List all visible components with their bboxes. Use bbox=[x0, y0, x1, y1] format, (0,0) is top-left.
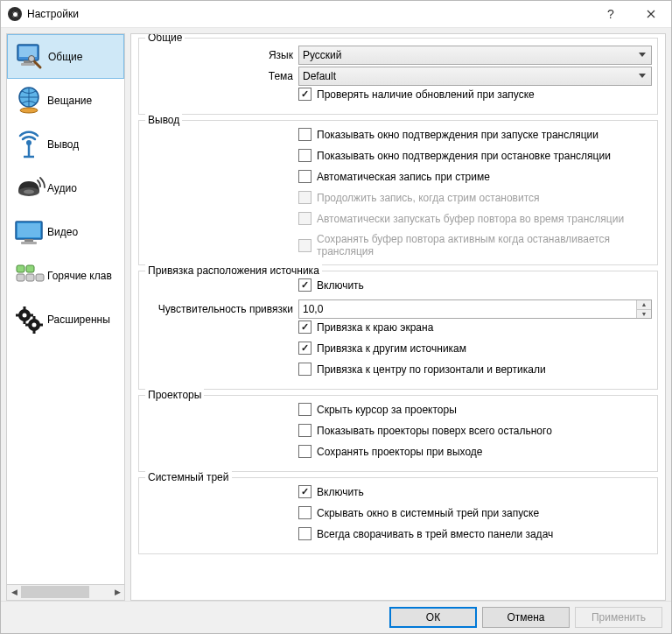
snap-sensitivity-spinner[interactable]: 10,0 ▲▼ bbox=[298, 299, 652, 319]
sidebar-horizontal-scrollbar[interactable]: ◀ ▶ bbox=[6, 585, 125, 601]
sidebar-item-label: Вывод bbox=[47, 138, 79, 151]
svg-rect-23 bbox=[24, 306, 26, 310]
sidebar-item-video[interactable]: Видео bbox=[7, 210, 124, 254]
confirm-start-checkbox[interactable]: Показывать окно подтверждения при запуск… bbox=[298, 128, 652, 141]
cancel-button[interactable]: Отмена bbox=[482, 607, 570, 628]
svg-rect-18 bbox=[36, 274, 44, 281]
snap-center-checkbox[interactable]: Привязка к центру по горизонтали и верти… bbox=[298, 363, 652, 376]
confirm-stop-checkbox[interactable]: Показывать окно подтверждения при остано… bbox=[298, 149, 652, 162]
sidebar-item-label: Горячие клав bbox=[47, 270, 112, 282]
titlebar: Настройки ? bbox=[1, 1, 671, 28]
dialog-buttons: ОК Отмена Применить bbox=[1, 601, 671, 633]
svg-rect-28 bbox=[33, 330, 36, 334]
svg-rect-15 bbox=[26, 265, 34, 272]
sidebar-item-label: Общие bbox=[48, 51, 82, 63]
group-output: Вывод Показывать окно подтверждения при … bbox=[138, 120, 658, 265]
keyboard-icon bbox=[10, 257, 47, 294]
group-general: Общие Язык Русский Тема Default bbox=[138, 38, 658, 115]
svg-rect-17 bbox=[26, 274, 34, 281]
svg-rect-14 bbox=[17, 265, 24, 272]
help-button[interactable]: ? bbox=[591, 1, 631, 27]
sidebar-item-advanced[interactable]: Расширенны bbox=[7, 298, 124, 342]
settings-window: Настройки ? bbox=[0, 0, 672, 634]
app-icon bbox=[8, 7, 22, 21]
group-legend: Проекторы bbox=[145, 389, 204, 401]
projector-ontop-checkbox[interactable]: Показывать проекторы поверх всего осталь… bbox=[298, 424, 652, 437]
globe-icon bbox=[10, 82, 47, 119]
svg-point-4 bbox=[29, 55, 35, 61]
sidebar-item-label: Расширенны bbox=[47, 313, 110, 326]
spin-down-icon[interactable]: ▼ bbox=[637, 310, 651, 319]
group-snapping: Привязка расположения источника Включить… bbox=[138, 271, 658, 390]
group-legend: Вывод bbox=[145, 114, 182, 126]
monitor-wrench-icon bbox=[11, 39, 48, 75]
keep-replay-checkbox: Сохранять буфер повтора активным когда о… bbox=[298, 233, 652, 257]
display-icon bbox=[10, 214, 47, 250]
svg-point-6 bbox=[20, 108, 38, 113]
gears-icon bbox=[10, 301, 47, 338]
tray-minimize-start-checkbox[interactable]: Скрывать окно в системный трей при запус… bbox=[298, 506, 652, 519]
snap-other-checkbox[interactable]: Привязка к другим источникам bbox=[298, 342, 652, 355]
svg-rect-11 bbox=[18, 223, 40, 237]
sidebar-item-audio[interactable]: Аудио bbox=[7, 166, 124, 210]
check-updates-checkbox[interactable]: Проверять наличие обновлений при запуске bbox=[298, 88, 652, 101]
spin-up-icon[interactable]: ▲ bbox=[637, 300, 651, 310]
svg-point-9 bbox=[24, 189, 34, 194]
svg-rect-26 bbox=[30, 313, 33, 316]
svg-rect-24 bbox=[24, 321, 26, 324]
language-dropdown[interactable]: Русский bbox=[298, 46, 652, 65]
svg-rect-16 bbox=[17, 274, 24, 281]
snap-enable-checkbox[interactable]: Включить bbox=[298, 278, 652, 292]
svg-rect-3 bbox=[21, 63, 35, 66]
svg-point-20 bbox=[23, 313, 27, 317]
svg-rect-1 bbox=[19, 46, 37, 57]
auto-replay-checkbox: Автоматически запускать буфер повтора во… bbox=[298, 212, 652, 225]
svg-rect-13 bbox=[21, 242, 37, 244]
sidebar-item-output[interactable]: Вывод bbox=[7, 123, 124, 166]
sidebar-item-hotkeys[interactable]: Горячие клав bbox=[7, 254, 124, 298]
hide-cursor-checkbox[interactable]: Скрыть курсор за проекторы bbox=[298, 403, 652, 416]
antenna-icon bbox=[10, 126, 47, 163]
speaker-icon bbox=[10, 170, 47, 207]
svg-rect-12 bbox=[24, 239, 33, 242]
apply-button[interactable]: Применить bbox=[575, 607, 662, 628]
scroll-left-arrow-icon[interactable]: ◀ bbox=[7, 585, 21, 599]
group-legend: Системный трей bbox=[145, 471, 232, 483]
sidebar-item-label: Видео bbox=[47, 226, 78, 238]
ok-button[interactable]: ОК bbox=[389, 607, 477, 628]
scroll-right-arrow-icon[interactable]: ▶ bbox=[110, 585, 124, 599]
sidebar-item-label: Вещание bbox=[47, 95, 92, 107]
window-title: Настройки bbox=[27, 8, 79, 20]
language-label: Язык bbox=[144, 49, 298, 61]
svg-rect-27 bbox=[33, 316, 36, 320]
sidebar-item-stream[interactable]: Вещание bbox=[7, 79, 124, 123]
sidebar-item-label: Аудио bbox=[47, 182, 77, 194]
auto-record-checkbox[interactable]: Автоматическая запись при стриме bbox=[298, 170, 652, 183]
group-legend: Привязка расположения источника bbox=[145, 264, 322, 277]
svg-rect-25 bbox=[16, 313, 19, 316]
group-projectors: Проекторы Скрыть курсор за проекторы Пок… bbox=[138, 395, 658, 472]
svg-rect-29 bbox=[25, 323, 29, 326]
theme-label: Тема bbox=[144, 70, 298, 82]
tray-always-minimize-checkbox[interactable]: Всегда сворачивать в трей вместо панели … bbox=[298, 527, 652, 540]
svg-rect-30 bbox=[39, 323, 43, 326]
sidebar-item-general[interactable]: Общие bbox=[7, 34, 124, 79]
settings-panel: Общие Язык Русский Тема Default bbox=[130, 33, 666, 601]
snap-edge-checkbox[interactable]: Привязка к краю экрана bbox=[298, 321, 652, 334]
group-tray: Системный трей Включить Скрывать окно в … bbox=[138, 477, 658, 554]
svg-point-22 bbox=[32, 322, 37, 327]
snap-sensitivity-label: Чувствительность привязки bbox=[144, 303, 298, 315]
scrollbar-thumb[interactable] bbox=[21, 586, 89, 598]
tray-enable-checkbox[interactable]: Включить bbox=[298, 485, 652, 498]
theme-dropdown[interactable]: Default bbox=[298, 67, 652, 86]
close-button[interactable] bbox=[631, 1, 671, 27]
keep-recording-checkbox: Продолжить запись, когда стрим остановит… bbox=[298, 191, 652, 204]
sidebar: Общие Вещание bbox=[6, 33, 125, 601]
save-projectors-checkbox[interactable]: Сохранять проекторы при выходе bbox=[298, 445, 652, 458]
group-legend: Общие bbox=[145, 33, 185, 44]
